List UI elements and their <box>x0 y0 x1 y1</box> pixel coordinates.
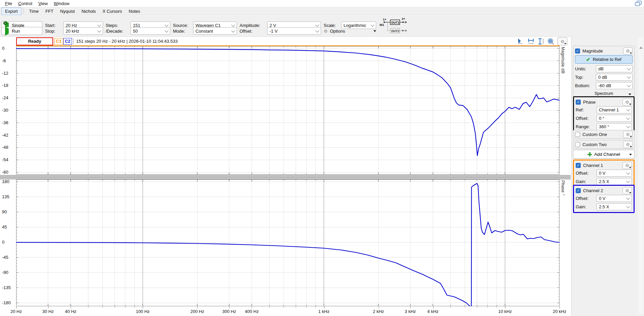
ref-row: Ref: Channel 1 <box>576 106 632 114</box>
channel-1-gain-value: 2.5 X <box>599 179 609 184</box>
chevron-down-icon <box>231 23 235 27</box>
x-minor-tick <box>103 307 103 308</box>
x-minor-tick <box>115 307 115 308</box>
custom-two-checkbox[interactable] <box>575 142 580 147</box>
tab-export[interactable]: Export <box>1 7 22 15</box>
units-row: Units: dB <box>575 65 633 73</box>
spectrum-expander[interactable]: Spectrum <box>575 90 633 97</box>
mode-select[interactable]: Constant <box>193 27 237 35</box>
tab-time[interactable]: Time <box>26 8 42 15</box>
menu-file[interactable]: File <box>2 0 15 7</box>
magnitude-settings-button[interactable]: ⚙ <box>623 47 633 55</box>
channel-1-checkbox[interactable] <box>576 163 581 168</box>
top-select[interactable]: 0 dB <box>596 74 633 81</box>
custom-two-settings-button[interactable]: ⚙ <box>623 141 633 148</box>
dropdown-arrow-icon <box>629 94 631 95</box>
options-button[interactable]: ⚙ Options <box>324 29 376 34</box>
x-tick-label: 200 Hz <box>190 309 204 314</box>
per-decade-select[interactable]: 50 <box>131 27 170 35</box>
channel-2-offset-label: Offset: <box>576 196 597 201</box>
zoom-icon[interactable] <box>547 38 554 45</box>
range-select[interactable]: 360 ° <box>597 123 632 130</box>
float-window-icon[interactable] <box>635 1 642 6</box>
x-minor-tick <box>410 307 410 308</box>
y-tick-label: -180 <box>2 300 11 305</box>
channel-2-offset-select[interactable]: 0 V <box>597 195 632 202</box>
units-select[interactable]: dB <box>596 65 633 72</box>
svg-text:2+: 2+ <box>402 17 405 21</box>
stop-label: Stop: <box>45 29 61 34</box>
x-minor-tick <box>270 307 270 308</box>
frequency-x-axis: 20 Hz30 Hz40 Hz100 Hz200 Hz300 Hz400 Hz1… <box>0 307 571 316</box>
x-tick <box>324 307 324 308</box>
channel-2-gain-value: 2.5 X <box>599 204 609 209</box>
menu-window[interactable]: Window <box>51 0 72 7</box>
cursor-pointer-icon[interactable] <box>517 38 524 45</box>
channel2-badge[interactable]: C2 <box>63 38 72 45</box>
custom-one-checkbox[interactable] <box>575 132 580 137</box>
add-channel-button[interactable]: Add Channel <box>573 150 635 159</box>
offset-label: Offset: <box>240 29 264 34</box>
gear-icon: ⚙ <box>626 132 630 137</box>
tab-fft[interactable]: FFT <box>42 8 57 15</box>
x-minor-tick <box>284 307 284 308</box>
x-tick-label: 10 kHz <box>498 309 512 314</box>
tab-x-cursors[interactable]: X Cursors <box>99 8 126 15</box>
run-play-icon <box>5 29 9 33</box>
scroll-up-icon <box>639 46 643 49</box>
magnitude-checkbox[interactable] <box>575 48 580 54</box>
plot-splitter-handle[interactable] <box>0 175 571 179</box>
ref-select[interactable]: Channel 1 <box>597 106 632 113</box>
phase-group-label: Phase <box>583 100 620 105</box>
y-cursors-ruler-icon[interactable] <box>538 38 544 45</box>
menu-view[interactable]: View <box>35 0 51 7</box>
x-tick-label: 3 kHz <box>405 309 416 314</box>
bottom-select[interactable]: -60 dB <box>596 82 633 89</box>
phase-settings-button[interactable]: ⚙ <box>622 99 632 106</box>
phase-offset-select[interactable]: 0 ° <box>597 115 632 122</box>
top-row: Top: 0 dB <box>575 73 633 81</box>
y-tick-label: -90 <box>2 270 8 275</box>
x-tick-label: 20 kHz <box>553 309 566 314</box>
channel-1-settings-button[interactable]: ⚙ <box>622 162 632 169</box>
stop-select[interactable]: 20 kHz <box>63 27 103 35</box>
run-button[interactable]: Run <box>1 27 42 35</box>
plot-settings-button[interactable]: ⚙ <box>558 37 567 45</box>
channel-2-settings-button[interactable]: ⚙ <box>622 187 632 194</box>
channel-2-gain-label: Gain: <box>576 204 597 209</box>
magnitude-y-axis: 0-6-12-18-24-30-36-42-48-54-60 <box>0 46 15 175</box>
channel1-badge[interactable]: C1 <box>54 38 63 45</box>
relative-to-ref-button[interactable]: ✔ Relative to Ref <box>575 55 633 64</box>
x-minor-tick <box>465 307 465 308</box>
phase-checkbox[interactable] <box>576 100 581 105</box>
chevron-down-icon <box>627 66 631 70</box>
dropdown-arrow-icon <box>630 52 632 54</box>
channel-2-gain-select[interactable]: 2.5 X <box>597 203 632 210</box>
y-tick-label: -42 <box>2 133 8 138</box>
custom-one-settings-button[interactable]: ⚙ <box>623 131 633 138</box>
x-cursors-ruler-icon[interactable] <box>527 38 535 45</box>
y-tick-label: -135 <box>2 285 11 290</box>
offset-select[interactable]: -1 V <box>267 27 321 35</box>
tab-notes[interactable]: Notes <box>126 8 144 15</box>
x-tick <box>560 307 560 308</box>
chevron-down-icon <box>165 23 168 27</box>
phase-plot[interactable] <box>16 179 560 306</box>
gear-icon: ⚙ <box>625 188 629 193</box>
channel-2-checkbox[interactable] <box>576 188 581 193</box>
tab-nyquist[interactable]: Nyquist <box>57 8 78 15</box>
dropdown-arrow-icon <box>629 167 631 168</box>
x-tick-label: 20 Hz <box>10 309 22 314</box>
magnitude-plot[interactable] <box>16 46 560 175</box>
channel-1-gain-select[interactable]: 2.5 X <box>597 178 632 185</box>
toolbar-row-1: 1 Single Start: 20 Hz Steps: 151 Source:… <box>1 16 408 25</box>
tab-nichols[interactable]: Nichols <box>78 8 99 15</box>
dropdown-arrow-icon <box>630 146 632 147</box>
menu-control[interactable]: Control <box>15 0 35 7</box>
channel-1-offset-select[interactable]: 0 V <box>597 170 632 177</box>
chevron-down-icon <box>626 179 630 183</box>
panel-scrollbar[interactable] <box>638 38 643 314</box>
wiring-diagram: 1+ W1 DUT1 2+ DUT2 <box>379 16 408 34</box>
custom-one-label: Custom One <box>582 132 621 137</box>
units-label: Units: <box>575 66 596 71</box>
